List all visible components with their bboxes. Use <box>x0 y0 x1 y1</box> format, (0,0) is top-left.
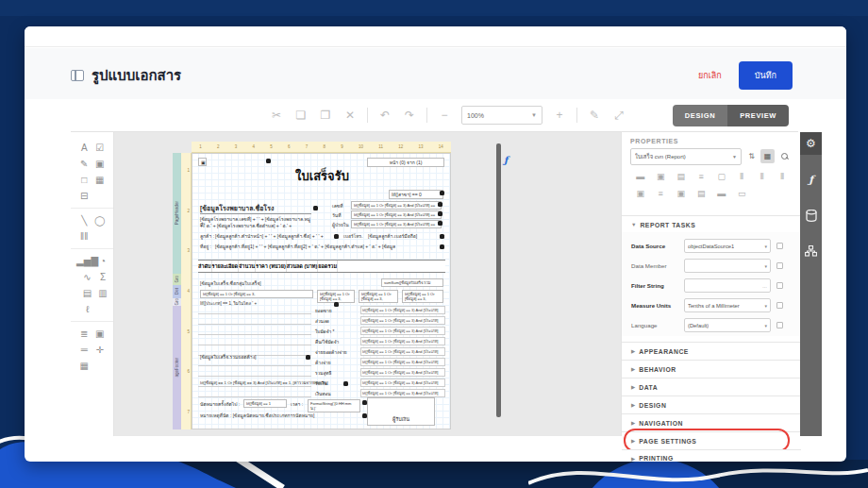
band-label[interactable]: Gro <box>173 274 181 285</box>
cross-tab-tool[interactable]: ▣ <box>92 326 108 342</box>
delete-icon[interactable]: ✕ <box>342 106 358 125</box>
time-expression[interactable]: FormatString('{0:HH:mm น.}' <box>308 399 360 412</box>
property-category-icon[interactable]: ⫴ <box>732 172 753 182</box>
label-tool[interactable]: A <box>76 140 92 156</box>
section-appearance[interactable]: ▶ APPEARANCE <box>622 342 801 360</box>
sparkline-tool[interactable]: ∿ <box>76 269 98 285</box>
pdf-content-tool[interactable]: ▥ <box>98 285 108 301</box>
property-category-icon[interactable]: ▣ <box>651 172 672 182</box>
section-data[interactable]: ▶ DATA <box>622 378 801 395</box>
filter-string-checkbox[interactable] <box>776 282 783 289</box>
summary-row[interactable]: ยอดขาย Iif([ข้อมูล] == 1 Or [ข้อมูล] == … <box>198 305 445 314</box>
property-category-icon[interactable]: ▣ <box>671 189 692 198</box>
data-member-checkbox[interactable] <box>776 262 783 269</box>
group-sum-expression[interactable]: sumSum([ข้อมูลใบเสร็จ.รวม <box>381 278 443 287</box>
section-behavior[interactable]: ▶ BEHAVIOR <box>622 360 801 378</box>
expressions-icon[interactable]: ƒ <box>800 168 822 191</box>
report-structure-icon[interactable] <box>800 240 822 262</box>
hospital-name-field[interactable]: [ข้อมูลโรงพยาบาล.ชื่อโรง <box>200 205 311 214</box>
section-page-settings[interactable]: ▶ PAGE SETTINGS <box>622 431 801 449</box>
picture-box-tool[interactable]: ▣ <box>92 156 108 172</box>
signature-tool[interactable]: ℓ <box>76 301 98 317</box>
data-source-icon[interactable] <box>800 204 822 227</box>
page-info-tool[interactable]: ▤ <box>76 285 98 301</box>
validate-icon[interactable]: ✎ <box>587 106 602 125</box>
branch-expression[interactable]: Iif([สาขา] == 0 <box>389 190 443 199</box>
design-tab[interactable]: DESIGN <box>673 105 727 126</box>
data-source-select[interactable]: objectDataSource1 ▾ <box>684 239 771 253</box>
measure-units-select[interactable]: Tenths of a Millimeter ▾ <box>684 298 771 312</box>
note-field[interactable]: หมายเหตุที่นัด : [ข้อมูลนัดหมาย.ชื่อประเ… <box>200 412 360 418</box>
data-member-select[interactable]: ▾ <box>684 259 771 273</box>
design-canvas[interactable]: PageHeaderGroDetGroageFooter 1234567 123… <box>115 132 620 436</box>
group-properties-button[interactable]: ▦ <box>760 149 775 163</box>
detail-expression[interactable]: Iif([ข้อมูล] == 1 Or [ข้อมูล] == 3, <box>359 290 398 303</box>
property-category-icon[interactable]: ▤ <box>692 189 712 198</box>
section-navigation[interactable]: ▶ NAVIGATION <box>622 413 801 431</box>
summary-row[interactable]: ใบมัดจำ * Iif([ข้อมูล] == 1 Or [ข้อมูล] … <box>198 326 445 335</box>
property-category-icon[interactable]: ▣ <box>630 189 651 198</box>
cancel-button[interactable]: ยกเลิก <box>698 69 722 82</box>
barcode-tool[interactable]: ‖‖ <box>76 228 92 244</box>
character-comb-tool[interactable]: ⊟ <box>76 188 92 204</box>
band-label[interactable]: PageHeader <box>173 153 181 274</box>
properties-gear-icon[interactable]: ⚙ <box>800 132 822 155</box>
property-category-icon[interactable]: ▬ <box>630 172 651 182</box>
language-select[interactable]: (Default) ▾ <box>684 318 771 332</box>
band-label[interactable]: Gro <box>173 298 181 306</box>
copy-icon[interactable]: ❏ <box>293 106 309 125</box>
line-tool[interactable]: ╲ <box>76 212 92 228</box>
page-break-tool[interactable]: ═ <box>76 342 92 358</box>
property-category-icon[interactable]: ≡ <box>692 172 712 182</box>
summary-tool[interactable]: Σ <box>98 269 108 285</box>
detail-table-header[interactable]: ลำดับรายละเอียดจำนวนราคา (หน่วย)ส่วนลด (… <box>198 260 445 273</box>
property-category-icon[interactable]: ▭ <box>732 189 753 198</box>
property-category-icon[interactable]: ⫴ <box>773 172 793 182</box>
long-expression[interactable]: Iif([ข้อมูล] == 1 Or [ข้อมูล] == 3) And … <box>200 380 342 385</box>
redo-icon[interactable]: ↷ <box>402 106 417 125</box>
sort-properties-button[interactable]: ⇅ <box>744 149 759 163</box>
measure-units-checkbox[interactable] <box>776 302 783 309</box>
doc-no-expression[interactable]: Iif([ข้อมูล] == 1 Or [ข้อมูล] == 3) And … <box>351 201 442 210</box>
band-label[interactable]: Det <box>173 285 181 298</box>
phone-expression[interactable]: [ข้อมูลลูกค้า.เบอร์มือถือ] <box>368 233 434 239</box>
hospital-address-field2[interactable]: + ' ต.' + [ข้อมูลโรงพยาบาล.ชื่อตำบล] + '… <box>200 223 313 228</box>
property-category-icon[interactable]: ⫴ <box>752 172 773 182</box>
group-expression[interactable]: [ข้อมูลใบเสร็จ.ชื่อกลุ่มใบเสร็จ] <box>200 280 323 286</box>
chart-tool[interactable]: ▂▅▇ <box>76 253 98 269</box>
rich-text-tool[interactable]: ✎ <box>76 156 92 172</box>
appointment-expression[interactable]: Iif([ข้อมูล] == 1 <box>243 399 287 408</box>
address-expression[interactable]: [ข้อมูลลูกค้า.ที่อยู่1] + ' ' + [ข้อมูลล… <box>215 244 442 249</box>
property-category-icon[interactable]: ▬ <box>711 189 732 198</box>
spacing-tool[interactable]: ✛ <box>92 342 108 358</box>
patient-expression[interactable]: Iif([ข้อมูล] == 1 Or [ข้อมูล] == 3) And … <box>351 220 442 228</box>
paste-icon[interactable]: ❐ <box>318 106 333 125</box>
search-properties-button[interactable] <box>777 149 792 163</box>
report-page[interactable]: ▣ หน้า (0) จาก (1) ใบเสร็จรับ Iif([สาขา]… <box>192 153 451 429</box>
page-info-field[interactable]: หน้า (0) จาก (1) <box>367 158 444 167</box>
signature-box[interactable]: ผู้รับเงิน <box>367 397 435 426</box>
report-element-select[interactable]: ใบเสร็จ cvn (Report) ▼ <box>630 148 742 165</box>
zoom-level-select[interactable]: 100% ▼ <box>461 106 542 125</box>
shape-tool[interactable]: ◯ <box>92 212 108 228</box>
detail-expression[interactable]: Iif([ข้อมูล] == 1 Or [ข้อมูล] == 3, <box>200 290 313 298</box>
report-title[interactable]: ใบเสร็จรับ <box>192 169 452 184</box>
summary-row[interactable]: ส่วนลด Iif([ข้อมูล] == 1 Or [ข้อมูล] == … <box>198 315 445 325</box>
fullscreen-icon[interactable]: ⤢ <box>611 106 626 125</box>
cut-icon[interactable]: ✂ <box>269 106 284 125</box>
report-logo-placeholder[interactable]: ▣ <box>198 158 207 166</box>
property-category-icon[interactable]: ≡ <box>651 189 672 198</box>
table-of-contents-tool[interactable]: ≣ <box>76 326 92 342</box>
subreport-tool[interactable]: ▦ <box>76 358 92 374</box>
property-category-icon[interactable]: ▢ <box>711 172 732 182</box>
section-design[interactable]: ▶ DESIGN <box>622 395 801 413</box>
panel-tool[interactable]: □ <box>76 172 92 188</box>
preview-tab[interactable]: PREVIEW <box>727 105 789 126</box>
check-box-tool[interactable]: ☑ <box>92 140 108 156</box>
language-checkbox[interactable] <box>776 322 783 328</box>
summary-row[interactable]: รวมสุทธิ Iif([ข้อมูล] == 1 Or [ข้อมูล] =… <box>198 367 445 377</box>
outstanding-expression[interactable]: [ข้อมูลใบเสร็จ.รวมยอดค้าง] <box>200 354 304 360</box>
section-printing[interactable]: ▶ PRINTING <box>622 449 801 462</box>
canvas-scrollbar[interactable] <box>496 143 501 417</box>
detail-expression[interactable]: Iif([ข้อมูล] == 1 Or [ข้อมูล] == 3, <box>402 290 443 303</box>
